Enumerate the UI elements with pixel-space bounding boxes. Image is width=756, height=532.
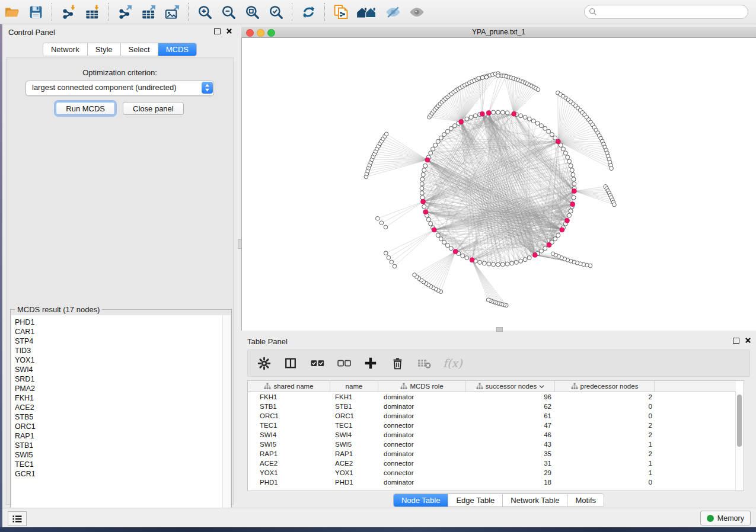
table-cell[interactable]: 35	[468, 450, 557, 457]
network-leaf-node[interactable]	[384, 251, 388, 255]
network-leaf-node[interactable]	[496, 74, 500, 78]
network-edge[interactable]	[428, 252, 455, 285]
show-columns-button[interactable]	[283, 355, 298, 371]
network-leaf-node[interactable]	[536, 88, 540, 92]
float-panel-icon[interactable]	[733, 338, 739, 344]
table-cell[interactable]: STB1	[331, 403, 379, 410]
network-node[interactable]	[420, 182, 424, 186]
mcds-result-list[interactable]: PHD1CAR1STP4TID3YOX1SWI4SRD1PMA2FKH1ACE2…	[11, 315, 223, 530]
zoom-fit-button[interactable]	[243, 2, 261, 21]
table-row[interactable]: FKH1FKH1dominator962	[248, 392, 736, 402]
float-panel-icon[interactable]	[214, 28, 221, 34]
network-edge[interactable]	[472, 260, 494, 302]
network-node[interactable]	[540, 124, 544, 128]
table-cell[interactable]: TEC1	[331, 422, 379, 429]
network-edge[interactable]	[479, 78, 482, 114]
table-settings-button[interactable]	[256, 355, 272, 371]
network-node[interactable]	[449, 246, 453, 251]
canvas-grip-handle[interactable]	[496, 327, 503, 332]
network-node[interactable]	[531, 119, 535, 123]
table-cell[interactable]: connector	[379, 422, 468, 429]
export-network-button[interactable]	[115, 2, 134, 21]
network-leaf-node[interactable]	[413, 273, 417, 277]
table-cell[interactable]: 47	[468, 422, 557, 429]
network-edge[interactable]	[514, 86, 532, 114]
network-node[interactable]	[420, 196, 425, 200]
close-panel-icon[interactable]	[226, 28, 232, 34]
network-node[interactable]	[570, 168, 574, 172]
table-cell[interactable]: 1	[557, 469, 658, 476]
import-table-button[interactable]	[82, 2, 101, 21]
network-leaf-node[interactable]	[610, 166, 614, 171]
network-canvas[interactable]	[241, 38, 756, 331]
table-cell[interactable]: 29	[468, 469, 557, 476]
network-node[interactable]	[572, 182, 576, 186]
network-hub-node[interactable]	[432, 227, 436, 232]
open-file-button[interactable]	[2, 2, 21, 21]
mcds-result-item[interactable]: PMA2	[15, 384, 223, 393]
create-column-button[interactable]	[363, 355, 378, 371]
network-node[interactable]	[478, 260, 482, 264]
table-cell[interactable]: SWI4	[248, 431, 331, 438]
network-edge[interactable]	[558, 96, 563, 142]
network-node[interactable]	[523, 115, 527, 119]
network-hub-node[interactable]	[459, 120, 464, 124]
table-cell[interactable]: 0	[557, 479, 658, 486]
mcds-result-item[interactable]: GCR1	[15, 469, 223, 479]
table-row[interactable]: ORC1ORC1dominator610	[248, 411, 736, 421]
network-edge[interactable]	[574, 187, 605, 191]
network-node[interactable]	[556, 233, 560, 238]
network-edge[interactable]	[558, 110, 580, 142]
network-node[interactable]	[500, 262, 505, 267]
network-edge[interactable]	[372, 159, 428, 160]
network-edge[interactable]	[472, 260, 488, 300]
memory-button[interactable]: Memory	[700, 511, 751, 525]
network-graph[interactable]	[242, 38, 756, 331]
column-header-successor-nodes[interactable]: successor nodes	[466, 381, 555, 392]
table-cell[interactable]: STB1	[248, 403, 331, 410]
network-leaf-node[interactable]	[484, 75, 489, 79]
mcds-list-scrollbar[interactable]	[222, 315, 231, 530]
network-hub-node[interactable]	[423, 210, 428, 214]
network-edge[interactable]	[381, 141, 428, 160]
network-edge[interactable]	[378, 201, 423, 218]
network-node[interactable]	[569, 209, 573, 213]
run-mcds-button[interactable]: Run MCDS	[56, 102, 115, 115]
table-cell[interactable]: dominator	[379, 450, 468, 457]
network-node[interactable]	[562, 147, 566, 151]
network-node[interactable]	[439, 136, 443, 140]
table-scrollbar[interactable]	[735, 392, 744, 491]
network-node[interactable]	[445, 243, 449, 248]
network-node[interactable]	[431, 147, 435, 151]
network-leaf-node[interactable]	[486, 298, 490, 302]
network-node[interactable]	[572, 177, 576, 181]
criterion-dropdown[interactable]: largest connected component (undirected)	[25, 81, 214, 96]
table-row[interactable]: SWI5SWI5connector431	[248, 440, 736, 449]
network-hub-node[interactable]	[425, 158, 430, 162]
network-node[interactable]	[547, 129, 551, 133]
network-node[interactable]	[567, 213, 572, 217]
tab-network[interactable]: Network	[43, 43, 88, 56]
network-node[interactable]	[436, 139, 440, 143]
network-edge[interactable]	[386, 201, 423, 227]
network-leaf-node[interactable]	[551, 252, 555, 256]
table-cell[interactable]: 1	[557, 460, 658, 467]
table-cell[interactable]: TEC1	[248, 422, 331, 429]
network-node[interactable]	[442, 240, 446, 244]
network-hub-node[interactable]	[480, 111, 484, 116]
network-hub-node[interactable]	[532, 252, 537, 257]
tab-motifs[interactable]: Motifs	[567, 494, 604, 507]
hide-selected-button[interactable]	[384, 2, 403, 21]
network-node[interactable]	[566, 155, 570, 159]
network-node[interactable]	[422, 204, 426, 209]
mcds-result-item[interactable]: SWI4	[15, 365, 223, 374]
network-node[interactable]	[510, 261, 514, 265]
network-edge[interactable]	[514, 85, 530, 114]
tab-mcds[interactable]: MCDS	[158, 43, 196, 56]
network-edge[interactable]	[558, 93, 559, 142]
network-node[interactable]	[473, 114, 477, 118]
table-row[interactable]: ACE2ACE2connector311	[248, 459, 736, 468]
table-row[interactable]: SWI4SWI4dominator462	[248, 430, 736, 440]
network-leaf-node[interactable]	[390, 260, 394, 264]
zoom-selected-button[interactable]	[266, 2, 285, 21]
